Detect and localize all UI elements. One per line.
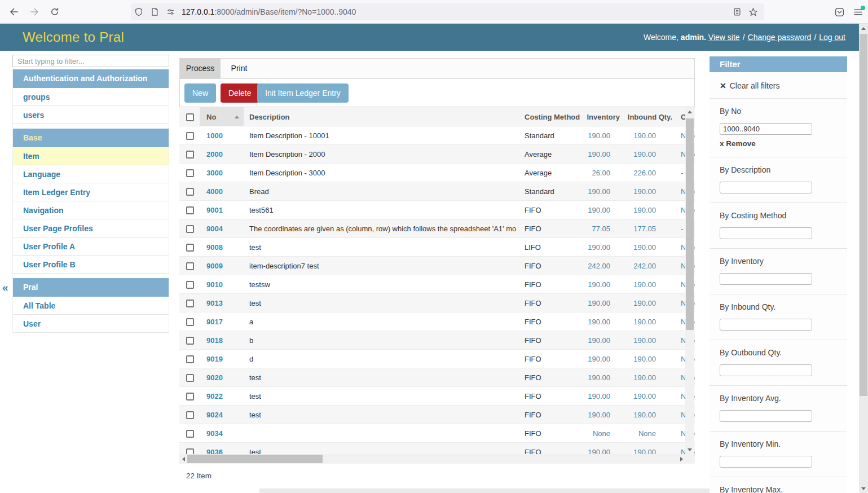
table-vscrollbar-thumb[interactable] xyxy=(686,118,694,330)
item-no-link[interactable]: 9004 xyxy=(200,225,249,233)
item-inventory-link[interactable]: 190.00 xyxy=(584,373,620,382)
row-checkbox[interactable] xyxy=(186,262,194,270)
item-inbound-qty-link[interactable]: 190.00 xyxy=(620,448,681,455)
user-link-change-password[interactable]: Change password xyxy=(748,33,812,42)
item-inbound-qty-link[interactable]: 177.05 xyxy=(620,225,681,233)
permissions-icon[interactable] xyxy=(162,7,178,16)
init-item-ledger-entry-button[interactable]: Init Item Ledger Entry xyxy=(257,83,349,103)
item-no-link[interactable]: 9010 xyxy=(200,280,249,289)
item-inventory-link[interactable]: 190.00 xyxy=(584,206,620,214)
filter-field-input[interactable] xyxy=(720,123,812,135)
sidebar-item-users[interactable]: users xyxy=(13,106,169,124)
item-inventory-link[interactable]: 190.00 xyxy=(584,318,620,326)
item-inbound-qty-link[interactable]: 226.00 xyxy=(620,169,681,177)
item-inbound-qty-link[interactable]: 190.00 xyxy=(620,150,681,159)
item-no-link[interactable]: 9024 xyxy=(200,411,249,419)
item-inventory-link[interactable]: 190.00 xyxy=(584,150,620,159)
page-info-icon[interactable] xyxy=(147,7,162,16)
sidebar-section-base[interactable]: Base xyxy=(13,129,169,147)
row-checkbox[interactable] xyxy=(186,393,194,400)
shield-icon[interactable] xyxy=(131,7,147,16)
item-inventory-link[interactable]: 190.00 xyxy=(584,448,620,455)
sidebar-section-authentication-and-authorization[interactable]: Authentication and Authorization xyxy=(13,69,169,88)
page-scroll-down-button[interactable] xyxy=(859,484,868,493)
item-inventory-link[interactable]: 77.05 xyxy=(584,225,620,233)
select-all-checkbox[interactable] xyxy=(186,113,194,121)
filter-field-input[interactable] xyxy=(720,456,812,468)
column-header-inventory[interactable]: Inventory xyxy=(584,113,620,121)
menu-button[interactable] xyxy=(853,7,863,17)
row-checkbox[interactable] xyxy=(186,244,194,252)
row-checkbox[interactable] xyxy=(186,300,194,307)
item-inbound-qty-link[interactable]: 190.00 xyxy=(620,336,681,345)
item-inventory-link[interactable]: 190.00 xyxy=(584,131,620,140)
table-scroll-down-button[interactable] xyxy=(685,445,694,454)
item-inbound-qty-link[interactable]: 190.00 xyxy=(620,355,681,363)
item-inventory-link[interactable]: 190.00 xyxy=(584,280,620,289)
item-no-link[interactable]: 9013 xyxy=(200,299,249,307)
sidebar-collapse-chevron[interactable]: « xyxy=(2,281,8,294)
row-checkbox[interactable] xyxy=(186,206,194,214)
item-inbound-qty-link[interactable]: 190.00 xyxy=(620,187,681,196)
item-no-link[interactable]: 9017 xyxy=(200,318,249,326)
table-scroll-right-button[interactable] xyxy=(677,454,685,464)
browser-back-button[interactable] xyxy=(5,2,24,21)
url-text[interactable]: 127.0.0.1:8000/admin/Base/item/?No=1000.… xyxy=(182,7,729,16)
item-inventory-link[interactable]: 190.00 xyxy=(584,187,620,196)
row-checkbox[interactable] xyxy=(186,448,194,454)
table-scroll-up-button[interactable] xyxy=(685,107,694,116)
column-header-no[interactable]: No xyxy=(200,107,249,126)
sidebar-item-navigation[interactable]: Navigation xyxy=(13,201,169,219)
item-inventory-link[interactable]: 26.00 xyxy=(584,169,620,177)
tab-process[interactable]: Process xyxy=(180,59,221,78)
filter-field-input[interactable] xyxy=(720,273,812,285)
item-inbound-qty-link[interactable]: 190.00 xyxy=(620,299,681,307)
new-button[interactable]: New xyxy=(184,83,216,103)
table-vertical-scrollbar[interactable] xyxy=(685,107,694,454)
table-horizontal-scrollbar[interactable] xyxy=(179,454,685,464)
item-no-link[interactable]: 9009 xyxy=(200,262,249,270)
item-no-link[interactable]: 9036 xyxy=(200,448,249,455)
item-no-link[interactable]: 2000 xyxy=(200,150,249,159)
reader-mode-icon[interactable] xyxy=(729,7,745,17)
item-inventory-link[interactable]: None xyxy=(584,429,620,438)
item-inbound-qty-link[interactable]: 190.00 xyxy=(620,392,681,400)
delete-button[interactable]: Delete xyxy=(221,83,259,103)
item-inventory-link[interactable]: 190.00 xyxy=(584,243,620,252)
clear-all-filters-link[interactable]: ✕Clear all filters xyxy=(710,72,847,98)
page-scrollbar-thumb[interactable] xyxy=(860,34,867,396)
row-checkbox[interactable] xyxy=(186,355,194,363)
url-bar[interactable]: 127.0.0.1:8000/admin/Base/item/?No=1000.… xyxy=(131,3,764,20)
filter-field-input[interactable] xyxy=(720,182,812,193)
item-no-link[interactable]: 9008 xyxy=(200,243,249,252)
page-scroll-up-button[interactable] xyxy=(859,24,868,33)
sidebar-item-item-ledger-entry[interactable]: Item Ledger Entry xyxy=(13,183,169,201)
tab-print[interactable]: Print xyxy=(221,59,258,78)
item-inbound-qty-link[interactable]: 190.00 xyxy=(620,243,681,252)
item-inventory-link[interactable]: 190.00 xyxy=(584,336,620,345)
item-no-link[interactable]: 4000 xyxy=(200,187,249,196)
row-checkbox[interactable] xyxy=(186,281,194,289)
filter-field-input[interactable] xyxy=(720,410,812,422)
filter-field-input[interactable] xyxy=(720,227,812,239)
bookmark-star-icon[interactable] xyxy=(745,7,761,17)
item-inventory-link[interactable]: 242.00 xyxy=(584,262,620,270)
user-link-log-out[interactable]: Log out xyxy=(819,33,845,42)
pocket-icon[interactable] xyxy=(834,7,845,17)
sidebar-item-item[interactable]: Item xyxy=(13,147,169,165)
item-no-link[interactable]: 1000 xyxy=(200,131,249,140)
column-header-inbound-qty[interactable]: Inbound Qty. xyxy=(620,113,681,121)
item-inbound-qty-link[interactable]: 190.00 xyxy=(620,318,681,326)
item-inventory-link[interactable]: 190.00 xyxy=(584,299,620,307)
sidebar-item-all-table[interactable]: All Table xyxy=(13,297,169,315)
item-no-link[interactable]: 9019 xyxy=(200,355,249,363)
filter-remove-link[interactable]: x Remove xyxy=(720,139,847,148)
row-checkbox[interactable] xyxy=(186,169,194,177)
filter-field-input[interactable] xyxy=(720,364,812,376)
row-checkbox[interactable] xyxy=(186,151,194,159)
row-checkbox[interactable] xyxy=(186,374,194,382)
item-no-link[interactable]: 9022 xyxy=(200,392,249,400)
row-checkbox[interactable] xyxy=(186,337,194,345)
column-header-costing-method[interactable]: Costing Method xyxy=(525,113,584,121)
table-scroll-left-button[interactable] xyxy=(179,454,187,464)
